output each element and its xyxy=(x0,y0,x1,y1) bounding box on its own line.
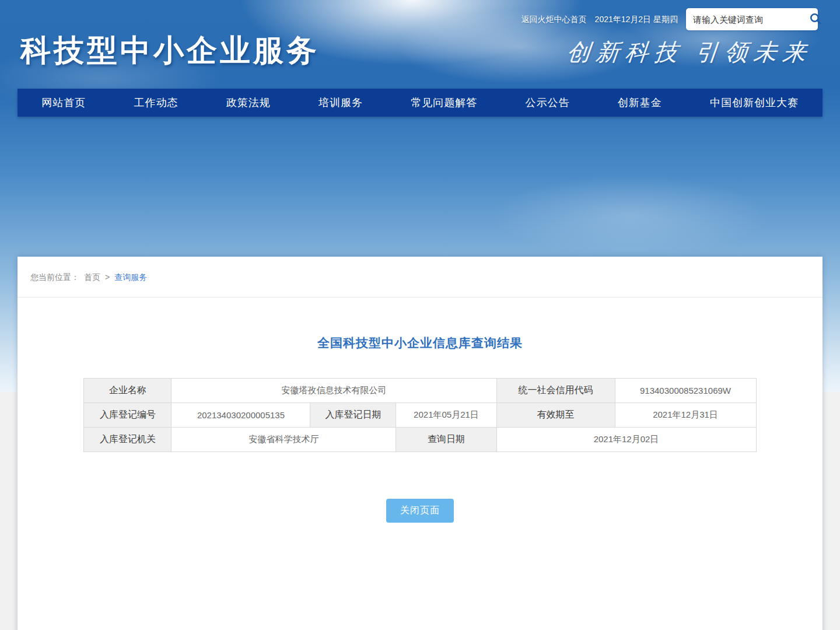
valid-until-value: 2021年12月31日 xyxy=(615,403,756,428)
company-name-value: 安徽塔孜信息技术有限公司 xyxy=(172,379,496,403)
reg-authority-value: 安徽省科学技术厅 xyxy=(172,428,396,452)
header-topbar: 返回火炬中心首页 2021年12月2日 星期四 xyxy=(522,8,818,30)
reg-number-value: 202134030200005135 xyxy=(172,403,310,428)
site-header: 返回火炬中心首页 2021年12月2日 星期四 科技型中小企业服务 创新科技 引… xyxy=(0,0,840,128)
query-date-value: 2021年12月02日 xyxy=(496,428,756,452)
table-row: 企业名称 安徽塔孜信息技术有限公司 统一社会信用代码 9134030008523… xyxy=(84,379,756,403)
main-nav: 网站首页 工作动态 政策法规 培训服务 常见问题解答 公示公告 创新基金 中国创… xyxy=(18,89,822,117)
search-button[interactable] xyxy=(809,12,822,27)
reg-date-label: 入库登记日期 xyxy=(310,403,396,428)
nav-item-innovation-contest[interactable]: 中国创新创业大赛 xyxy=(704,89,804,117)
torch-home-link[interactable]: 返回火炬中心首页 xyxy=(522,8,587,30)
site-slogan: 创新科技 引领未来 xyxy=(565,36,814,68)
query-result-table: 企业名称 安徽塔孜信息技术有限公司 统一社会信用代码 9134030008523… xyxy=(83,378,756,452)
search-box xyxy=(686,8,818,30)
page-title: 全国科技型中小企业信息库查询结果 xyxy=(18,335,822,351)
close-button-wrap: 关闭页面 xyxy=(18,499,822,523)
nav-item-home[interactable]: 网站首页 xyxy=(36,89,92,117)
breadcrumb: 您当前位置： 首页 > 查询服务 xyxy=(18,257,822,298)
nav-item-innovation-fund[interactable]: 创新基金 xyxy=(612,89,668,117)
breadcrumb-prefix: 您当前位置： xyxy=(30,257,79,298)
reg-number-label: 入库登记编号 xyxy=(84,403,172,428)
reg-date-value: 2021年05月21日 xyxy=(396,403,496,428)
current-date-text: 2021年12月2日 星期四 xyxy=(595,8,678,30)
nav-item-faq[interactable]: 常见问题解答 xyxy=(405,89,483,117)
table-row: 入库登记机关 安徽省科学技术厅 查询日期 2021年12月02日 xyxy=(84,428,756,452)
query-date-label: 查询日期 xyxy=(396,428,496,452)
nav-item-work-news[interactable]: 工作动态 xyxy=(128,89,184,117)
breadcrumb-current-link[interactable]: 查询服务 xyxy=(114,257,147,298)
close-page-button[interactable]: 关闭页面 xyxy=(386,499,454,523)
content-panel: 您当前位置： 首页 > 查询服务 全国科技型中小企业信息库查询结果 企业名称 安… xyxy=(18,257,822,630)
reg-authority-label: 入库登记机关 xyxy=(84,428,172,452)
credit-code-label: 统一社会信用代码 xyxy=(496,379,615,403)
search-input[interactable] xyxy=(693,15,809,24)
search-icon xyxy=(809,12,822,27)
credit-code-value: 91340300085231069W xyxy=(615,379,756,403)
breadcrumb-separator: > xyxy=(105,257,110,298)
company-name-label: 企业名称 xyxy=(84,379,172,403)
valid-until-label: 有效期至 xyxy=(496,403,615,428)
nav-item-policies[interactable]: 政策法规 xyxy=(220,89,276,117)
table-row: 入库登记编号 202134030200005135 入库登记日期 2021年05… xyxy=(84,403,756,428)
breadcrumb-home-link[interactable]: 首页 xyxy=(84,257,100,298)
site-logo: 科技型中小企业服务 xyxy=(20,30,320,71)
nav-item-training[interactable]: 培训服务 xyxy=(313,89,369,117)
nav-item-announcements[interactable]: 公示公告 xyxy=(519,89,575,117)
